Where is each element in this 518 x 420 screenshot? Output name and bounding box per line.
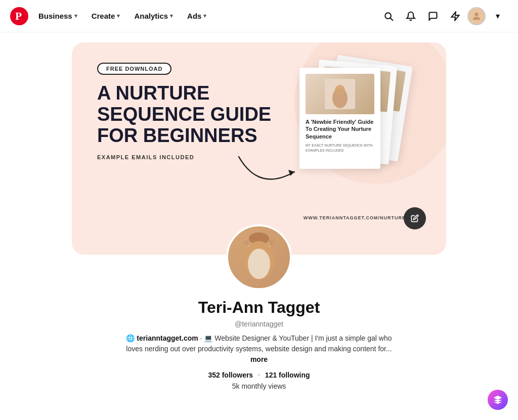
followers-word: followers [222, 371, 253, 379]
alerts-button[interactable] [445, 6, 465, 26]
website-link[interactable]: terianntagget.com [137, 334, 198, 342]
more-options-button[interactable]: ▾ [488, 6, 508, 26]
main-content: FREE DOWNLOAD A NURTURE SEQUENCE GUIDE F… [62, 32, 456, 418]
navbar: P Business ▾ Create ▾ Analytics ▾ Ads ▾ [0, 0, 518, 32]
following-count: 121 [265, 371, 277, 379]
notifications-bell-button[interactable] [401, 6, 421, 26]
messages-button[interactable] [423, 6, 443, 26]
svg-point-5 [474, 12, 478, 16]
chevron-down-icon: ▾ [117, 13, 120, 19]
profile-avatar [226, 224, 292, 290]
bio-more-link[interactable]: more [250, 355, 268, 363]
nav-ads[interactable]: Ads ▾ [181, 8, 212, 24]
profile-name: Teri-Ann Tagget [82, 298, 436, 317]
following-word: following [279, 371, 310, 379]
svg-text:P: P [15, 10, 22, 22]
pinterest-logo[interactable]: P [10, 7, 28, 25]
svg-point-18 [248, 249, 270, 279]
profile-bio: 🌐 terianntagget.com · 💻 Website Designer… [117, 333, 401, 365]
profile-info-section: Teri-Ann Tagget @terianntagget 🌐 teriann… [72, 290, 446, 398]
banner-text-content: FREE DOWNLOAD A NURTURE SEQUENCE GUIDE F… [97, 63, 271, 164]
profile-stats: 352 followers · 121 following [82, 371, 436, 379]
book-stack: ook For [289, 58, 431, 209]
svg-marker-4 [452, 12, 459, 20]
free-download-badge: FREE DOWNLOAD [97, 63, 171, 75]
floating-widget-button[interactable] [488, 390, 508, 410]
laptop-icon: 💻 [204, 334, 212, 342]
book-main-image [306, 74, 374, 114]
profile-avatar-section [72, 224, 446, 290]
chevron-down-icon: ▾ [170, 13, 173, 19]
book-main-subtitle: MY EXACT NURTURE SEQUENCE WITH EXAMPLES … [306, 143, 374, 153]
book-main-title: A 'Newbie Friendly' Guide To Creating Yo… [306, 118, 374, 140]
svg-line-3 [391, 18, 393, 20]
chevron-down-icon: ▾ [74, 13, 77, 19]
book-main: A 'Newbie Friendly' Guide To Creating Yo… [299, 68, 380, 169]
user-avatar-button[interactable] [467, 7, 486, 25]
nav-business[interactable]: Business ▾ [32, 8, 83, 24]
banner-title: A NURTURE SEQUENCE GUIDE FOR BEGINNERS [97, 83, 271, 146]
profile-banner: FREE DOWNLOAD A NURTURE SEQUENCE GUIDE F… [72, 42, 446, 255]
chevron-down-icon: ▾ [203, 13, 206, 19]
followers-count: 352 [208, 371, 220, 379]
globe-icon: 🌐 [126, 334, 135, 342]
svg-point-13 [335, 85, 345, 95]
profile-handle: @terianntagget [82, 320, 436, 328]
search-button[interactable] [378, 6, 399, 26]
nav-create[interactable]: Create ▾ [85, 8, 126, 24]
navbar-icons: ▾ [378, 6, 508, 26]
banner-url-text: WWW.TERIANNTAGGET.COM/NURTURE [304, 215, 406, 220]
banner-books-image: ook For [289, 58, 431, 209]
nav-analytics[interactable]: Analytics ▾ [128, 8, 179, 24]
profile-monthly-views: 5k monthly views [82, 382, 436, 390]
stats-separator: · [258, 371, 260, 379]
